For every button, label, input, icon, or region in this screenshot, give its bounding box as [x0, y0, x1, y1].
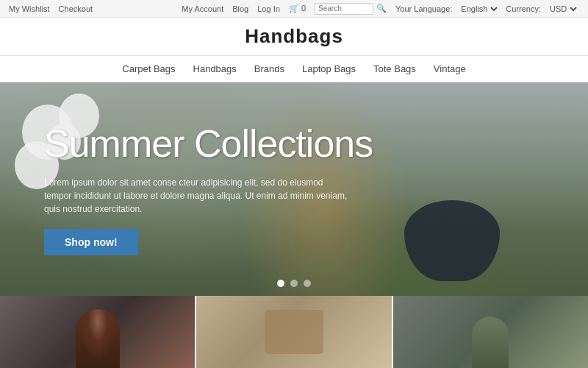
top-bar: My Wishlist Checkout My Account Blog Log… [0, 0, 588, 18]
cart-icon-inline[interactable]: 🛒 0 [289, 4, 306, 13]
nav-item-handbags[interactable]: Handbags [193, 63, 237, 74]
main-nav: Carpet Bags Handbags Brands Laptop Bags … [0, 56, 588, 82]
hero-section: Summer Collections Lorem ipsum dolor sit… [0, 82, 588, 296]
thumbnail-3[interactable] [392, 296, 588, 368]
carousel-dots [277, 280, 311, 287]
blog-link[interactable]: Blog [232, 4, 248, 13]
site-title: Handbags [245, 25, 343, 48]
currency-label: Currency: [506, 4, 541, 13]
shop-now-button[interactable]: Shop now! [44, 229, 138, 255]
carousel-dot-2[interactable] [290, 280, 298, 287]
thumbnail-1[interactable] [0, 296, 195, 368]
language-select[interactable]: English [458, 4, 500, 14]
nav-item-carpet-bags[interactable]: Carpet Bags [122, 63, 175, 74]
nav-item-vintage[interactable]: Vintage [434, 63, 466, 74]
thumb-bg-1 [0, 296, 195, 368]
thumb-bg-2 [196, 296, 391, 368]
carousel-dot-1[interactable] [277, 280, 284, 287]
checkout-link[interactable]: Checkout [59, 4, 93, 13]
wishlist-link[interactable]: My Wishlist [9, 4, 50, 13]
thumb-person-3 [472, 316, 509, 368]
nav-item-tote-bags[interactable]: Tote Bags [373, 63, 416, 74]
hero-title: Summer Collections [44, 123, 588, 165]
nav-item-brands[interactable]: Brands [254, 63, 284, 74]
carousel-dot-3[interactable] [304, 280, 311, 287]
login-link[interactable]: Log In [257, 4, 280, 13]
site-header: Handbags [0, 18, 588, 56]
lang-currency: Your Language: English Currency: USD [395, 4, 579, 14]
thumb-person-1 [76, 309, 120, 368]
thumbnail-row [0, 296, 588, 368]
currency-select[interactable]: USD [547, 4, 579, 14]
thumb-bg-3 [393, 296, 588, 368]
top-bar-right: My Account Blog Log In 🛒 0 🔍 Your Langua… [182, 3, 579, 15]
hero-content: Summer Collections Lorem ipsum dolor sit… [0, 82, 588, 296]
top-bar-left: My Wishlist Checkout [9, 4, 93, 13]
language-label: Your Language: [395, 4, 452, 13]
account-link[interactable]: My Account [182, 4, 223, 13]
search-group: 🔍 [315, 3, 387, 15]
thumb-item-2 [265, 310, 323, 354]
search-input[interactable] [315, 3, 373, 15]
thumbnail-2[interactable] [195, 296, 391, 368]
nav-item-laptop-bags[interactable]: Laptop Bags [302, 63, 356, 74]
hero-description: Lorem ipsum dolor sit amet conse cteur a… [44, 176, 353, 216]
search-button[interactable]: 🔍 [376, 4, 387, 13]
